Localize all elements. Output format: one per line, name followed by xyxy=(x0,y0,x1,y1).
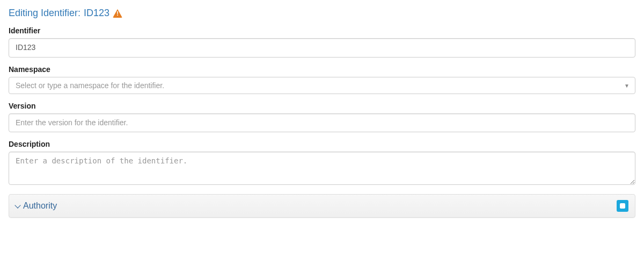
page-title-id: ID123 xyxy=(84,8,109,19)
page-title-prefix: Editing Identifier: xyxy=(9,8,80,19)
warning-icon xyxy=(113,9,122,18)
identifier-group: Identifier xyxy=(9,26,635,58)
version-input[interactable] xyxy=(9,113,635,133)
identifier-input[interactable] xyxy=(9,38,635,58)
description-label: Description xyxy=(9,140,635,148)
authority-label: Authority xyxy=(23,201,57,211)
identifier-label: Identifier xyxy=(9,26,635,35)
authority-panel: Authority xyxy=(9,194,635,218)
namespace-label: Namespace xyxy=(9,65,635,74)
authority-action-button[interactable] xyxy=(617,200,628,212)
namespace-placeholder: Select or type a namespace for the ident… xyxy=(16,81,164,90)
square-stop-icon xyxy=(620,203,625,209)
description-textarea[interactable] xyxy=(9,152,635,185)
namespace-group: Namespace Select or type a namespace for… xyxy=(9,65,635,94)
authority-toggle[interactable]: Authority xyxy=(16,201,57,211)
description-group: Description xyxy=(9,140,635,187)
page-title: Editing Identifier: ID123 xyxy=(9,8,635,19)
namespace-select[interactable]: Select or type a namespace for the ident… xyxy=(9,77,635,94)
chevron-down-icon xyxy=(14,202,20,208)
version-label: Version xyxy=(9,102,635,110)
version-group: Version xyxy=(9,102,635,133)
dropdown-arrow-icon: ▼ xyxy=(624,82,630,88)
